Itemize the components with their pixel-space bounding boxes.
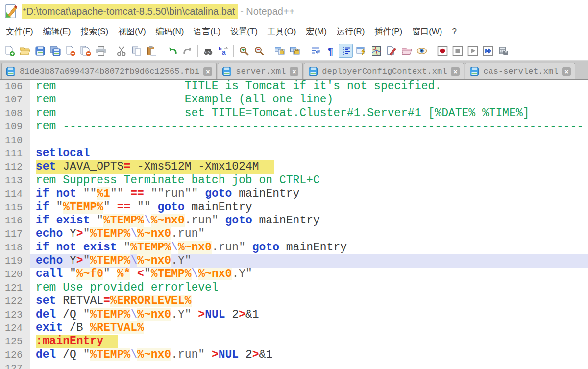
menu-item-2[interactable]: 搜索(S)	[75, 23, 113, 41]
line-number[interactable]: 119	[0, 254, 30, 268]
menu-item-5[interactable]: 语言(L)	[189, 23, 225, 41]
replace-icon[interactable]: ba	[216, 44, 230, 58]
menu-item-3[interactable]: 视图(V)	[113, 23, 151, 41]
line-text[interactable]	[30, 362, 588, 369]
save-all-icon[interactable]	[48, 44, 62, 58]
line-number[interactable]: 108	[0, 107, 30, 120]
line-text[interactable]: set JAVA_OPTS= -Xms512M -Xmx1024M	[30, 160, 588, 173]
code-line-115[interactable]: 115if "%TEMP%" == "" goto mainEntry	[0, 201, 588, 214]
new-file-icon[interactable]	[2, 44, 17, 58]
line-text[interactable]: rem ------------------------------------…	[30, 120, 588, 133]
cut-icon[interactable]	[114, 44, 128, 58]
line-number[interactable]: 110	[0, 134, 30, 147]
line-text[interactable]: set RETVAL=%ERRORLEVEL%	[30, 295, 588, 308]
line-text[interactable]: call "%~f0" %* <"%TEMP%\%~nx0.Y"	[30, 268, 588, 281]
code-line-125[interactable]: 125:mainEntry	[0, 335, 588, 348]
line-text[interactable]: del /Q "%TEMP%\%~nx0.run" >NUL 2>&1	[30, 348, 588, 362]
line-number[interactable]: 127	[0, 362, 30, 369]
sync-scroll-horizontal-icon[interactable]	[288, 44, 302, 58]
tab-1[interactable]: server.xml×	[218, 63, 303, 79]
macro-play-icon[interactable]	[466, 44, 480, 58]
tab-3[interactable]: cas-servlet.xml×	[465, 63, 575, 79]
menu-item-0[interactable]: 文件(F)	[1, 23, 38, 41]
line-text[interactable]: echo Y>"%TEMP%\%~nx0.run"	[30, 227, 588, 241]
code-line-117[interactable]: 117echo Y>"%TEMP%\%~nx0.run"	[0, 227, 588, 241]
line-number[interactable]: 111	[0, 147, 30, 160]
line-number[interactable]: 109	[0, 120, 30, 133]
code-line-122[interactable]: 122set RETVAL=%ERRORLEVEL%	[0, 295, 588, 308]
code-line-119[interactable]: 119echo Y>"%TEMP%\%~nx0.Y"	[0, 254, 588, 268]
code-line-111[interactable]: 111setlocal	[0, 147, 588, 160]
macro-record-icon[interactable]	[435, 44, 449, 58]
menu-item-8[interactable]: 宏(M)	[301, 23, 331, 41]
line-number[interactable]: 107	[0, 93, 30, 106]
document-map-icon[interactable]	[369, 44, 383, 58]
line-number[interactable]: 124	[0, 321, 30, 335]
line-number[interactable]: 115	[0, 201, 30, 214]
word-wrap-icon[interactable]	[308, 44, 322, 58]
code-line-109[interactable]: 109rem ---------------------------------…	[0, 120, 588, 133]
code-line-107[interactable]: 107rem Example (all one line)	[0, 93, 588, 106]
line-number[interactable]: 122	[0, 295, 30, 308]
monitoring-icon[interactable]	[415, 44, 429, 58]
indent-guide-icon[interactable]	[339, 44, 353, 58]
menu-item-7[interactable]: 工具(O)	[263, 23, 301, 41]
code-line-127[interactable]: 127	[0, 362, 588, 369]
line-number[interactable]: 121	[0, 281, 30, 295]
save-icon[interactable]	[33, 44, 47, 58]
redo-icon[interactable]	[180, 44, 195, 58]
tab-close-icon[interactable]: ×	[203, 67, 212, 76]
line-text[interactable]: rem set TITLE=Tomcat.Cluster#1.Server#1 …	[30, 107, 588, 120]
line-text[interactable]: del /Q "%TEMP%\%~nx0.Y" >NUL 2>&1	[30, 308, 588, 321]
copy-icon[interactable]	[129, 44, 144, 58]
menu-item-10[interactable]: 插件(P)	[369, 23, 407, 41]
tab-close-icon[interactable]: ×	[451, 67, 460, 76]
menu-item-12[interactable]: ?	[447, 23, 462, 41]
close-all-icon[interactable]	[78, 44, 93, 58]
line-text[interactable]: if "%TEMP%" == "" goto mainEntry	[30, 201, 588, 214]
zoom-out-icon[interactable]	[252, 44, 266, 58]
code-line-118[interactable]: 118if not exist "%TEMP%\%~nx0.run" goto …	[0, 241, 588, 254]
open-file-icon[interactable]	[18, 44, 32, 58]
line-text[interactable]: if not ""%1"" == ""run"" goto mainEntry	[30, 187, 588, 200]
line-number[interactable]: 113	[0, 174, 30, 187]
sync-scroll-vertical-icon[interactable]	[272, 44, 287, 58]
udl-dialog-icon[interactable]	[354, 44, 368, 58]
undo-icon[interactable]	[165, 44, 179, 58]
function-list-icon[interactable]	[384, 44, 398, 58]
macro-run-multiple-icon[interactable]	[481, 44, 495, 58]
line-text[interactable]: rem TITLE is Tomcat if it's not specifie…	[30, 80, 588, 93]
code-line-113[interactable]: 113rem Suppress Terminate batch job on C…	[0, 174, 588, 187]
macro-save-icon[interactable]	[496, 44, 510, 58]
menu-item-11[interactable]: 窗口(W)	[407, 23, 447, 41]
code-line-110[interactable]: 110	[0, 134, 588, 147]
line-number[interactable]: 118	[0, 241, 30, 254]
code-line-120[interactable]: 120call "%~f0" %* <"%TEMP%\%~nx0.Y"	[0, 268, 588, 281]
menu-item-4[interactable]: 编码(N)	[151, 23, 189, 41]
line-number[interactable]: 116	[0, 214, 30, 227]
code-line-106[interactable]: 106rem TITLE is Tomcat if it's not speci…	[0, 80, 588, 93]
print-icon[interactable]	[94, 44, 108, 58]
line-text[interactable]	[30, 134, 588, 147]
paste-icon[interactable]	[145, 44, 159, 58]
code-line-108[interactable]: 108rem set TITLE=Tomcat.Cluster#1.Server…	[0, 107, 588, 120]
line-number[interactable]: 123	[0, 308, 30, 321]
code-line-126[interactable]: 126del /Q "%TEMP%\%~nx0.run" >NUL 2>&1	[0, 348, 588, 362]
line-number[interactable]: 114	[0, 187, 30, 200]
line-text[interactable]: setlocal	[30, 147, 588, 160]
code-editor[interactable]: 106rem TITLE is Tomcat if it's not speci…	[0, 80, 588, 369]
tab-close-icon[interactable]: ×	[562, 67, 571, 76]
menu-item-1[interactable]: 编辑(E)	[38, 23, 76, 41]
line-number[interactable]: 126	[0, 348, 30, 362]
folder-as-workspace-icon[interactable]	[399, 44, 414, 58]
line-text[interactable]: if exist "%TEMP%\%~nx0.run" goto mainEnt…	[30, 214, 588, 227]
menu-item-6[interactable]: 设置(T)	[225, 23, 263, 41]
close-icon[interactable]	[63, 44, 77, 58]
code-line-124[interactable]: 124exit /B %RETVAL%	[0, 321, 588, 335]
tab-2[interactable]: deployerConfigContext.xml×	[304, 63, 464, 79]
line-number[interactable]: 117	[0, 227, 30, 241]
find-icon[interactable]	[201, 44, 215, 58]
zoom-in-icon[interactable]	[237, 44, 251, 58]
line-number[interactable]: 106	[0, 80, 30, 93]
macro-stop-icon[interactable]	[450, 44, 465, 58]
